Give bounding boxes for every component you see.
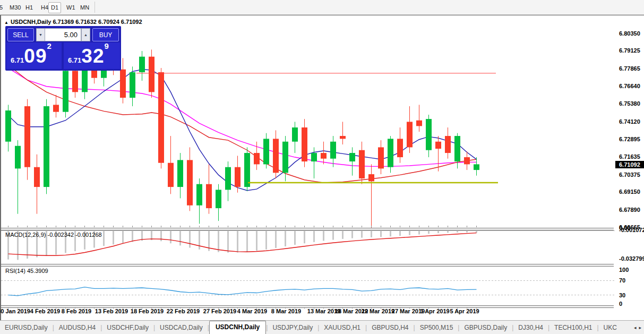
ma-slow-line (8, 68, 477, 166)
collapse-arrow-icon[interactable]: ▲ (4, 20, 8, 25)
buy-button[interactable]: BUY (92, 28, 119, 41)
timeframe-button-5[interactable]: 5 (0, 2, 5, 13)
rsi-axis-label: 30 (619, 292, 625, 298)
tab-scroll-left-icon[interactable]: ◂ (634, 325, 639, 334)
price-axis[interactable]: 6.803506.791256.778656.766406.753806.741… (615, 15, 644, 306)
chart-tab-gbpusd[interactable]: GBPUSD,Daily (459, 322, 512, 334)
macd-indicator-label: MACD(12,26,9) -0.002342 -0.001268 (5, 232, 102, 238)
timeframe-button-d1[interactable]: D1 (48, 2, 61, 13)
price-axis-label: 6.74120 (619, 118, 640, 125)
chart-tab-sp500[interactable]: SP500,M15 (415, 322, 458, 334)
current-price-badge: 6.71092 (615, 161, 644, 168)
timeframe-button-w1[interactable]: W1 (64, 2, 78, 13)
timeframe-button-m30[interactable]: M30 (7, 2, 23, 13)
price-axis-label: 6.77865 (619, 65, 640, 72)
sell-price-button[interactable]: 6.71092 (6, 42, 62, 69)
chart-window: ▲USDCNH,Daily 6.71369 6.71632 6.70924 6.… (0, 15, 644, 320)
rsi-indicator-label: RSI(14) 45.3909 (5, 268, 48, 274)
candles-layer (5, 44, 479, 228)
symbol-label: USDCNH,Daily (11, 19, 51, 25)
price-axis-label: 6.72895 (619, 136, 640, 142)
volume-decrease-button[interactable]: ▼ (36, 28, 45, 41)
panel-separator[interactable] (1, 228, 614, 230)
down-arrow-icon: ▼ (39, 33, 42, 37)
ma-mid-line (8, 65, 477, 183)
price-axis-label: 6.79125 (619, 47, 640, 54)
chart-tab-gbpusd[interactable]: GBPUSD,H4 (367, 322, 413, 334)
one-click-trading-panel: SELL ▼ 5.00 ▲ BUY 6.71092 6.71329 (5, 26, 121, 71)
chart-tab-usdcnh[interactable]: USDCNH,Daily (209, 321, 266, 334)
date-tick-marks (8, 226, 477, 309)
rsi-line (8, 287, 477, 296)
buy-price-pip: 9 (104, 41, 108, 50)
price-axis-label: 6.75380 (619, 100, 640, 107)
timeframe-toolbar: 5M30H1H4D1W1MN (0, 0, 644, 15)
ohlc-values: 6.71369 6.71632 6.70924 6.71092 (53, 19, 142, 25)
buy-price-button[interactable]: 6.71329 (64, 42, 120, 69)
date-axis-label: 5 Apr 2019 (442, 308, 487, 314)
price-axis-label: 6.71635 (619, 153, 640, 160)
buy-price-prefix: 6.71 (68, 56, 81, 64)
chart-tab-eurusd[interactable]: EURUSD,Daily (0, 322, 53, 334)
up-arrow-icon: ▲ (84, 33, 88, 37)
macd-axis-current-label: -0.001072 (619, 227, 644, 233)
rsi-axis-label: 0 (619, 301, 622, 307)
rsi-axis-label: 100 (619, 267, 629, 273)
price-axis-label: 6.70375 (619, 172, 640, 178)
buy-price-digits: 32 (81, 45, 104, 67)
chart-tab-usdcad[interactable]: USDCAD,Daily (155, 322, 208, 334)
price-axis-label: 6.76640 (619, 83, 640, 89)
chart-tab-ukc[interactable]: UKC (599, 322, 622, 334)
chart-tab-audusd[interactable]: AUDUSD,H4 (54, 322, 100, 334)
tab-scroll-right-icon[interactable]: ▸ (639, 325, 644, 334)
rsi-axis-label: 70 (619, 277, 625, 284)
sell-price-prefix: 6.71 (11, 56, 24, 64)
sell-price-pip: 2 (47, 41, 51, 50)
toolbar-separator (95, 2, 95, 13)
panel-separator[interactable] (1, 264, 614, 267)
mt4-terminal-window: 5M30H1H4D1W1MN ▲USDCNH,Daily 6.71369 6.7… (0, 0, 644, 334)
time-axis[interactable]: 30 Jan 20194 Feb 20198 Feb 201913 Feb 20… (1, 307, 615, 319)
chart-tab-dj30[interactable]: DJ30,H4 (513, 322, 548, 334)
volume-increase-button[interactable]: ▲ (81, 28, 90, 41)
ma-fast-line (8, 70, 477, 191)
price-axis-label: 6.67890 (619, 207, 640, 213)
chart-tab-bar: EURUSD,Daily|AUDUSD,H4|USDCHF,Daily|USDC… (0, 320, 644, 334)
sell-button[interactable]: SELL (7, 28, 34, 41)
macd-axis-bottom-label: -0.032799 (619, 255, 644, 262)
volume-input[interactable]: 5.00 (45, 28, 81, 41)
price-axis-label: 6.69150 (619, 189, 640, 195)
sell-price-digits: 09 (24, 45, 47, 67)
chart-title: ▲USDCNH,Daily 6.71369 6.71632 6.70924 6.… (4, 19, 142, 25)
chart-tab-usdchf[interactable]: USDCHF,Daily (102, 322, 153, 334)
rsi-level-lines (1, 280, 615, 295)
timeframe-button-mn[interactable]: MN (78, 2, 92, 13)
chart-tab-usdjpy[interactable]: USDJPY,Daily (268, 322, 317, 334)
chart-tab-xauusd[interactable]: XAUUSD,H1 (319, 322, 365, 334)
chart-tab-tech100[interactable]: TECH100,H1 (549, 322, 597, 334)
price-axis-label: 6.80350 (619, 30, 640, 37)
timeframe-button-h1[interactable]: H1 (23, 2, 36, 13)
